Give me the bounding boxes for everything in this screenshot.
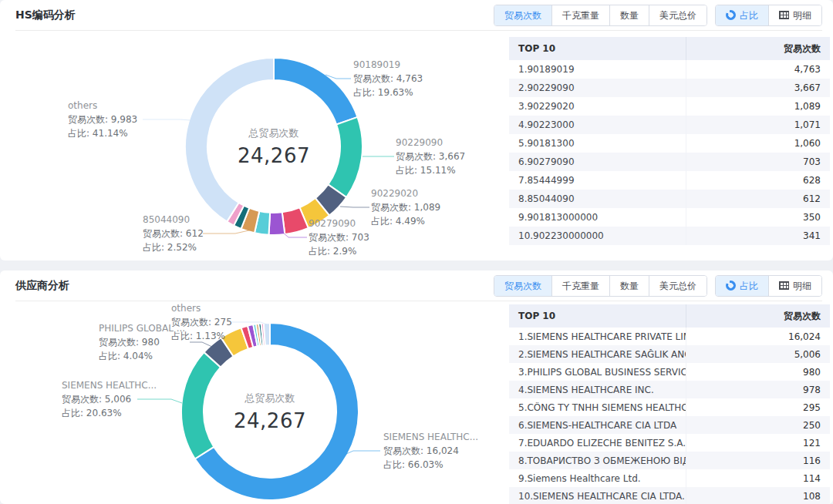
name: 90279090 <box>309 217 369 230</box>
pct-line: 占比: 2.9% <box>309 244 369 258</box>
row-name-cell: 8.85044090 <box>509 193 686 204</box>
label-leader-line <box>340 207 369 207</box>
name: 90189019 <box>353 58 423 72</box>
measure-tab-group: 贸易次数千克重量数量美元总价 <box>494 5 707 26</box>
tab-label: 明细 <box>793 281 811 291</box>
donut-slice-90279090[interactable] <box>268 212 285 235</box>
tab-trade-count[interactable]: 贸易次数 <box>494 276 551 296</box>
tab-usd-total[interactable]: 美元总价 <box>649 276 707 296</box>
row-name-cell: 1.90189019 <box>509 64 686 75</box>
pct-line: 占比: 4.04% <box>99 349 185 363</box>
count-line: 贸易次数: 1,089 <box>371 200 440 214</box>
toolbar: 贸易次数千克重量数量美元总价 占比明细 <box>494 5 822 26</box>
table-header-row: TOP 10贸易次数 <box>509 37 830 60</box>
tab-label: 美元总价 <box>659 281 696 291</box>
row-value-cell: 4,763 <box>686 60 830 79</box>
count-line: 贸易次数: 3,667 <box>396 150 465 163</box>
slice-callout-label: 85044090贸易次数: 612占比: 2.52% <box>143 213 204 254</box>
table-row: 9.901813000000350 <box>509 208 830 227</box>
count-line: 贸易次数: 612 <box>143 227 204 240</box>
count-line: 贸易次数: 703 <box>309 230 369 244</box>
row-value-cell: 612 <box>686 190 830 208</box>
tab-label: 数量 <box>620 281 639 291</box>
row-value-cell: 16,024 <box>686 328 830 345</box>
pct-line: 占比: 20.63% <box>62 406 157 420</box>
row-name-cell: 9.Siemens Healthcare Ltd. <box>509 473 686 484</box>
row-name-cell: 2.90229090 <box>509 82 686 93</box>
pct-line: 占比: 4.49% <box>371 214 440 228</box>
donut-slice-others[interactable] <box>264 323 270 345</box>
donut-center-total: 总贸易次数 24,267 <box>238 126 310 167</box>
view-tab-group: 占比明细 <box>715 275 822 297</box>
tab-usd-total[interactable]: 美元总价 <box>649 5 707 25</box>
tab-label: 贸易次数 <box>504 281 541 291</box>
row-name-cell: 5.CÔNG TY TNHH SIEMENS HEALTHCARE. <box>509 402 686 413</box>
tab-label: 千克重量 <box>562 281 599 291</box>
name: others <box>171 301 232 315</box>
donut-chart: 总贸易次数 24,267 90189019贸易次数: 4,763占比: 19.6… <box>0 31 509 260</box>
hs-code-analysis-card: HS编码分析 贸易次数千克重量数量美元总价 占比明细 总贸易次数 24,267 … <box>0 0 833 260</box>
table-icon <box>779 11 789 19</box>
pct-line: 占比: 19.63% <box>353 86 423 99</box>
table-row: 1.901890194,763 <box>509 60 830 79</box>
row-value-cell: 341 <box>686 227 830 245</box>
donut-chart: 总贸易次数 24,267 others贸易次数: 275占比: 1.13%PHI… <box>0 301 509 504</box>
tab-quantity[interactable]: 数量 <box>609 276 649 296</box>
name: others <box>68 99 137 113</box>
name: 90229090 <box>396 136 465 150</box>
tab-kg-weight[interactable]: 千克重量 <box>551 276 609 296</box>
slice-callout-label: SIEMENS HEALTHC...贸易次数: 5,006占比: 20.63% <box>62 378 157 420</box>
table-row: 3.902290201,089 <box>509 97 830 116</box>
card-header: HS编码分析 贸易次数千克重量数量美元总价 占比明细 <box>15 0 822 31</box>
table-body: 1.SIEMENS HEALTHCARE PRIVATE LIMITED16,0… <box>509 328 830 504</box>
card-header: 供应商分析 贸易次数千克重量数量美元总价 占比明细 <box>15 270 822 301</box>
row-value-cell: 250 <box>686 416 830 434</box>
row-name-cell: 10.902230000000 <box>509 230 686 241</box>
row-value-cell: 980 <box>686 363 830 381</box>
table-header-cell: 贸易次数 <box>686 37 830 60</box>
row-value-cell: 1,089 <box>686 97 830 116</box>
section-title: HS编码分析 <box>15 8 76 22</box>
slice-callout-label: 90279090贸易次数: 703占比: 2.9% <box>309 217 369 258</box>
section-title: 供应商分析 <box>15 279 69 293</box>
pct-line: 占比: 15.11% <box>396 163 465 177</box>
tab-label: 明细 <box>793 10 811 21</box>
pie-chart-icon <box>726 281 736 291</box>
pct-line: 占比: 2.52% <box>143 240 204 254</box>
row-name-cell: 2.SIEMENS HEALTHCARE SAĞLIK ANONİM ŞİRKE… <box>509 349 686 360</box>
donut-slice-90189019[interactable] <box>274 58 358 125</box>
row-value-cell: 978 <box>686 381 830 398</box>
table-row: 7.EDUARDO ELIZECHE BENITEZ S.A.C.121 <box>509 434 830 452</box>
table-row: 5.CÔNG TY TNHH SIEMENS HEALTHCARE.295 <box>509 398 830 416</box>
row-value-cell: 5,006 <box>686 345 830 363</box>
donut-center-total: 总贸易次数 24,267 <box>234 391 306 432</box>
donut-slice-SIEMENS HEALTHC...[interactable] <box>181 352 221 459</box>
view-tab-group: 占比明细 <box>715 5 822 26</box>
tab-label: 占比 <box>740 10 758 21</box>
row-name-cell: 7.EDUARDO ELIZECHE BENITEZ S.A.C. <box>509 438 686 449</box>
count-line: 贸易次数: 16,024 <box>383 444 478 458</box>
top10-table: TOP 10贸易次数1.901890194,7632.902290903,667… <box>509 37 830 245</box>
pct-line: 占比: 41.14% <box>68 126 137 140</box>
tab-kg-weight[interactable]: 千克重量 <box>551 5 609 25</box>
view-proportion[interactable]: 占比 <box>716 5 768 25</box>
donut-slice-90229090[interactable] <box>328 117 363 197</box>
table-row: 6.SIEMENS-HEALTHCARE CIA LTDA250 <box>509 416 830 434</box>
row-name-cell: 4.90223000 <box>509 119 686 130</box>
row-name-cell: 6.SIEMENS-HEALTHCARE CIA LTDA <box>509 420 686 431</box>
view-proportion[interactable]: 占比 <box>716 276 768 296</box>
tab-quantity[interactable]: 数量 <box>609 5 649 25</box>
total-label: 总贸易次数 <box>238 126 310 140</box>
row-value-cell: 1,071 <box>686 116 830 134</box>
view-detail[interactable]: 明细 <box>768 5 821 25</box>
table-header-row: TOP 10贸易次数 <box>509 304 830 328</box>
table-row: 9.Siemens Healthcare Ltd.114 <box>509 469 830 487</box>
row-name-cell: 3.90229020 <box>509 101 686 112</box>
top10-table: TOP 10贸易次数1.SIEMENS HEALTHCARE PRIVATE L… <box>509 304 830 504</box>
tab-trade-count[interactable]: 贸易次数 <box>494 5 551 25</box>
tab-label: 贸易次数 <box>504 10 541 21</box>
name: 90229020 <box>371 186 440 200</box>
name: PHILIPS GLOBAL ... <box>99 321 185 335</box>
total-value: 24,267 <box>234 409 306 432</box>
view-detail[interactable]: 明细 <box>768 276 821 296</box>
